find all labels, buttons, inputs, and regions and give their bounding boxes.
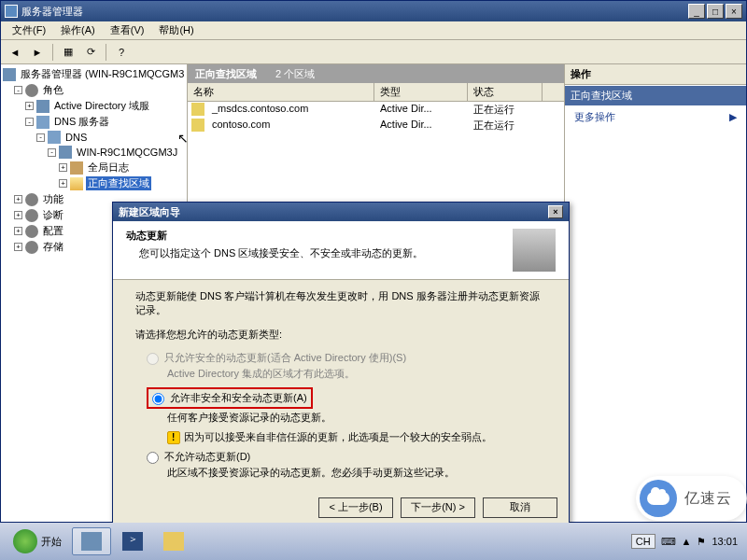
storage-icon — [25, 241, 38, 254]
dialog-subheading: 您可以指定这个 DNS 区域接受安全、不安全或非动态的更新。 — [126, 243, 505, 260]
task-server-manager[interactable] — [72, 527, 111, 555]
dialog-para2: 请选择您想允许的动态更新类型: — [135, 328, 546, 342]
cloud-icon — [640, 480, 677, 517]
tree-dns-server[interactable]: - DNS 服务器 — [3, 114, 185, 130]
dialog-para1: 动态更新能使 DNS 客户端计算机在每次发生更改时，用 DNS 服务器注册并动态… — [135, 289, 546, 318]
start-button[interactable]: 开始 — [4, 525, 71, 557]
expander-icon[interactable]: - — [48, 148, 56, 157]
actions-header: 操作 — [565, 64, 746, 85]
tree-forward-zone[interactable]: + 正向查找区域 — [3, 175, 185, 191]
expander-icon[interactable]: + — [14, 211, 22, 219]
col-name[interactable]: 名称 — [188, 83, 374, 101]
list-header: 名称 类型 状态 — [188, 83, 564, 102]
expander-icon[interactable]: + — [59, 179, 67, 188]
list-row[interactable]: contoso.com Active Dir... 正在运行 — [188, 118, 564, 133]
cancel-button[interactable]: 取消 — [483, 497, 557, 518]
zone-icon — [191, 103, 204, 116]
expander-icon[interactable]: + — [14, 227, 22, 235]
menu-file[interactable]: 文件(F) — [5, 21, 53, 39]
next-button[interactable]: 下一步(N) > — [401, 497, 475, 518]
menubar: 文件(F) 操作(A) 查看(V) 帮助(H) — [1, 21, 746, 40]
menu-view[interactable]: 查看(V) — [103, 21, 152, 39]
toolbar: ◄ ► ▦ ⟳ ? — [1, 40, 746, 64]
zone-count: 2 个区域 — [275, 67, 315, 81]
chevron-right-icon: ▶ — [729, 111, 737, 123]
dns-server-icon — [36, 116, 49, 129]
expander-icon[interactable]: + — [14, 243, 22, 251]
tray-chevron-icon[interactable]: ▲ — [682, 536, 692, 547]
log-icon — [70, 161, 83, 175]
center-title: 正向查找区域 — [195, 67, 257, 81]
tree-root[interactable]: 服务器管理器 (WIN-R9C1MQCGM3 — [3, 66, 185, 82]
actions-more[interactable]: 更多操作 ▶ — [565, 106, 746, 128]
list-row[interactable]: _msdcs.contoso.com Active Dir... 正在运行 — [188, 102, 564, 118]
radio-no-dynamic-input[interactable] — [147, 452, 159, 464]
host-icon — [59, 146, 72, 159]
task-explorer[interactable] — [154, 527, 193, 555]
dialog-title: 新建区域向导 — [119, 205, 180, 219]
tree-roles[interactable]: - 角色 — [3, 82, 185, 98]
expander-icon[interactable]: + — [14, 195, 22, 203]
expander-icon[interactable]: - — [14, 86, 22, 94]
dialog-close-button[interactable]: × — [548, 205, 563, 218]
radio-allow-nonsecure[interactable]: 允许非安全和安全动态更新(A) — [152, 391, 307, 405]
clock[interactable]: 13:01 — [712, 536, 738, 547]
back-button[interactable]: < 上一步(B) — [318, 497, 393, 518]
server-image-icon — [513, 229, 556, 272]
highlight-box: 允许非安全和安全动态更新(A) — [147, 387, 313, 409]
help-button[interactable]: ? — [111, 42, 132, 63]
diagnostics-icon — [25, 209, 38, 222]
radio-no-dynamic[interactable]: 不允许动态更新(D) — [147, 450, 546, 464]
col-status[interactable]: 状态 — [468, 83, 543, 101]
details-button[interactable]: ▦ — [58, 42, 78, 63]
menu-action[interactable]: 操作(A) — [53, 21, 103, 39]
watermark-text: 亿速云 — [684, 489, 732, 509]
titlebar[interactable]: 服务器管理器 _ □ × — [1, 1, 746, 21]
radio-no-dynamic-sub: 此区域不接受资源记录的动态更新。您必须手动更新这些记录。 — [167, 466, 546, 480]
taskbar: 开始 ＞ CH ⌨ ▲ ⚑ 13:01 — [0, 523, 747, 560]
server-icon — [3, 68, 16, 81]
radio-secure-only[interactable]: 只允许安全的动态更新(适合 Active Directory 使用)(S) — [147, 351, 546, 365]
expander-icon[interactable]: - — [25, 118, 34, 126]
tree-global-log[interactable]: + 全局日志 — [3, 160, 185, 175]
task-powershell[interactable]: ＞ — [113, 527, 152, 555]
radio-secure-only-sub: Active Directory 集成的区域才有此选项。 — [167, 367, 546, 381]
ime-icon[interactable]: ⌨ — [661, 536, 676, 548]
maximize-button[interactable]: □ — [707, 4, 724, 19]
tree-ad[interactable]: + Active Directory 域服 — [3, 98, 185, 114]
col-type[interactable]: 类型 — [374, 83, 468, 101]
minimize-button[interactable]: _ — [688, 4, 705, 19]
radio-allow-nonsecure-sub: 任何客户接受资源记录的动态更新。 — [167, 411, 546, 425]
actions-pane: 操作 正向查找区域 更多操作 ▶ — [564, 64, 746, 522]
wizard-dialog: 新建区域向导 × 动态更新 您可以指定这个 DNS 区域接受安全、不安全或非动态… — [112, 202, 570, 528]
tree-dns[interactable]: - DNS — [3, 130, 185, 145]
back-button[interactable]: ◄ — [5, 42, 25, 63]
warning-icon — [167, 431, 180, 444]
expander-icon[interactable]: + — [59, 163, 67, 172]
windows-orb-icon — [13, 529, 37, 553]
center-header: 正向查找区域 2 个区域 — [188, 64, 564, 83]
menu-help[interactable]: 帮助(H) — [151, 21, 201, 39]
config-icon — [25, 225, 38, 238]
dialog-header: 动态更新 您可以指定这个 DNS 区域接受安全、不安全或非动态的更新。 — [113, 221, 569, 280]
action-center-icon[interactable]: ⚑ — [697, 536, 706, 548]
radio-allow-nonsecure-input[interactable] — [152, 393, 164, 405]
watermark: 亿速云 — [636, 476, 747, 521]
dns-icon — [48, 131, 61, 144]
dialog-titlebar[interactable]: 新建区域向导 × — [113, 203, 569, 221]
actions-section: 正向查找区域 — [565, 86, 746, 105]
close-button[interactable]: × — [726, 4, 742, 19]
system-tray: CH ⌨ ▲ ⚑ 13:01 — [626, 534, 743, 549]
app-icon — [5, 5, 18, 18]
refresh-button[interactable]: ⟳ — [80, 42, 101, 63]
tree-host[interactable]: - WIN-R9C1MQCGM3J — [3, 145, 185, 160]
forward-button[interactable]: ► — [27, 42, 48, 63]
ad-icon — [36, 100, 49, 113]
dialog-body: 动态更新能使 DNS 客户端计算机在每次发生更改时，用 DNS 服务器注册并动态… — [113, 280, 569, 492]
expander-icon[interactable]: - — [36, 133, 45, 142]
language-indicator[interactable]: CH — [631, 534, 655, 549]
radio-allow-nonsecure-warn: 因为可以接受来自非信任源的更新，此选项是一个较大的安全弱点。 — [167, 430, 546, 444]
radio-secure-only-input — [147, 353, 159, 365]
zone-icon — [191, 119, 204, 132]
expander-icon[interactable]: + — [25, 102, 34, 110]
